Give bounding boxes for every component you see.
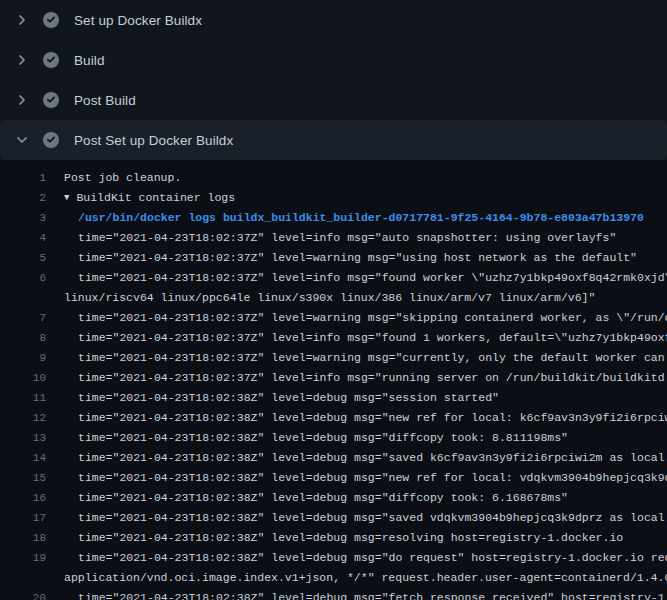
log-text: time="2021-04-23T18:02:37Z" level=warnin… — [78, 348, 667, 368]
log-line: 12time="2021-04-23T18:02:38Z" level=debu… — [0, 408, 667, 428]
line-number[interactable]: 17 — [0, 508, 46, 528]
log-line: 18time="2021-04-23T18:02:38Z" level=debu… — [0, 528, 667, 548]
log-line: 1Post job cleanup. — [0, 168, 667, 188]
log-text: time="2021-04-23T18:02:38Z" level=debug … — [78, 588, 667, 600]
log-line: 13time="2021-04-23T18:02:38Z" level=debu… — [0, 428, 667, 448]
chevron-right-icon — [14, 52, 30, 68]
log-line: 17time="2021-04-23T18:02:38Z" level=debu… — [0, 508, 667, 528]
log-text: time="2021-04-23T18:02:37Z" level=info m… — [78, 228, 616, 248]
line-number[interactable]: 7 — [0, 308, 46, 328]
log-line: 20time="2021-04-23T18:02:38Z" level=debu… — [0, 588, 667, 600]
line-number[interactable]: 19 — [0, 548, 46, 568]
line-number[interactable]: 10 — [0, 368, 46, 388]
log-text: Post job cleanup. — [64, 168, 181, 188]
log-text: time="2021-04-23T18:02:37Z" level=info m… — [78, 328, 667, 348]
line-number[interactable]: 13 — [0, 428, 46, 448]
log-text: time="2021-04-23T18:02:38Z" level=debug … — [78, 508, 667, 528]
log-line: 7time="2021-04-23T18:02:37Z" level=warni… — [0, 308, 667, 328]
log-line: 8time="2021-04-23T18:02:37Z" level=info … — [0, 328, 667, 348]
line-number[interactable]: 11 — [0, 388, 46, 408]
line-number[interactable]: 1 — [0, 168, 46, 188]
line-number[interactable]: 5 — [0, 248, 46, 268]
log-line: 6time="2021-04-23T18:02:37Z" level=info … — [0, 268, 667, 288]
log-line: 3/usr/bin/docker logs buildx_buildkit_bu… — [0, 208, 667, 228]
log-line: 14time="2021-04-23T18:02:38Z" level=debu… — [0, 448, 667, 468]
log-line: 16time="2021-04-23T18:02:38Z" level=debu… — [0, 488, 667, 508]
step-row-set-up-docker-buildx[interactable]: Set up Docker Buildx — [0, 0, 667, 40]
step-label: Post Set up Docker Buildx — [74, 133, 233, 148]
log-text: time="2021-04-23T18:02:37Z" level=warnin… — [78, 308, 667, 328]
check-circle-icon — [43, 52, 59, 68]
line-number[interactable]: 15 — [0, 468, 46, 488]
step-label: Set up Docker Buildx — [74, 13, 202, 28]
group-toggle-icon[interactable]: ▼ — [64, 193, 69, 203]
command-text: /usr/bin/docker logs buildx_buildkit_bui… — [78, 208, 644, 228]
log-line: 4time="2021-04-23T18:02:37Z" level=info … — [0, 228, 667, 248]
line-number[interactable]: 20 — [0, 588, 46, 600]
log-text: time="2021-04-23T18:02:38Z" level=debug … — [78, 548, 667, 568]
check-circle-icon — [43, 12, 59, 28]
line-number[interactable]: 12 — [0, 408, 46, 428]
log-text: time="2021-04-23T18:02:38Z" level=debug … — [78, 488, 568, 508]
step-row-post-set-up-docker-buildx[interactable]: Post Set up Docker Buildx — [0, 120, 667, 160]
line-number[interactable]: 8 — [0, 328, 46, 348]
step-row-post-build[interactable]: Post Build — [0, 80, 667, 120]
line-number[interactable]: 4 — [0, 228, 46, 248]
log-text: application/vnd.oci.image.index.v1+json,… — [64, 568, 667, 588]
log-text: linux/riscv64 linux/ppc64le linux/s390x … — [64, 288, 595, 308]
log-text: time="2021-04-23T18:02:38Z" level=debug … — [78, 468, 667, 488]
line-number — [0, 288, 46, 308]
log-line-continuation: linux/riscv64 linux/ppc64le linux/s390x … — [0, 288, 667, 308]
check-circle-icon — [43, 92, 59, 108]
line-number — [0, 568, 46, 588]
line-number[interactable]: 3 — [0, 208, 46, 228]
line-number[interactable]: 16 — [0, 488, 46, 508]
step-row-build[interactable]: Build — [0, 40, 667, 80]
chevron-right-icon — [14, 12, 30, 28]
chevron-down-icon — [14, 132, 30, 148]
log-text: time="2021-04-23T18:02:37Z" level=info m… — [78, 268, 667, 288]
log-line: 5time="2021-04-23T18:02:37Z" level=warni… — [0, 248, 667, 268]
log-text: time="2021-04-23T18:02:38Z" level=debug … — [78, 448, 667, 468]
log-line: 9time="2021-04-23T18:02:37Z" level=warni… — [0, 348, 667, 368]
log-line: 10time="2021-04-23T18:02:37Z" level=info… — [0, 368, 667, 388]
log-line: 11time="2021-04-23T18:02:38Z" level=debu… — [0, 388, 667, 408]
step-label: Build — [74, 53, 105, 68]
group-title[interactable]: BuildKit container logs — [76, 191, 235, 204]
log-text: time="2021-04-23T18:02:38Z" level=debug … — [78, 528, 623, 548]
log-line-continuation: application/vnd.oci.image.index.v1+json,… — [0, 568, 667, 588]
step-label: Post Build — [74, 93, 136, 108]
log-line: 15time="2021-04-23T18:02:38Z" level=debu… — [0, 468, 667, 488]
log-line: 2▼BuildKit container logs — [0, 188, 667, 208]
log-text: time="2021-04-23T18:02:38Z" level=debug … — [78, 388, 499, 408]
log-container: 1Post job cleanup.2▼BuildKit container l… — [0, 160, 667, 600]
log-text: time="2021-04-23T18:02:38Z" level=debug … — [78, 428, 568, 448]
log-text: ▼BuildKit container logs — [64, 188, 235, 208]
line-number[interactable]: 6 — [0, 268, 46, 288]
chevron-right-icon — [14, 92, 30, 108]
log-text: time="2021-04-23T18:02:37Z" level=warnin… — [78, 248, 637, 268]
line-number[interactable]: 18 — [0, 528, 46, 548]
line-number[interactable]: 14 — [0, 448, 46, 468]
line-number[interactable]: 2 — [0, 188, 46, 208]
log-line: 19time="2021-04-23T18:02:38Z" level=debu… — [0, 548, 667, 568]
check-circle-icon — [43, 132, 59, 148]
log-text: time="2021-04-23T18:02:37Z" level=info m… — [78, 368, 667, 388]
steps-list: Set up Docker BuildxBuildPost BuildPost … — [0, 0, 667, 160]
log-text: time="2021-04-23T18:02:38Z" level=debug … — [78, 408, 667, 428]
line-number[interactable]: 9 — [0, 348, 46, 368]
